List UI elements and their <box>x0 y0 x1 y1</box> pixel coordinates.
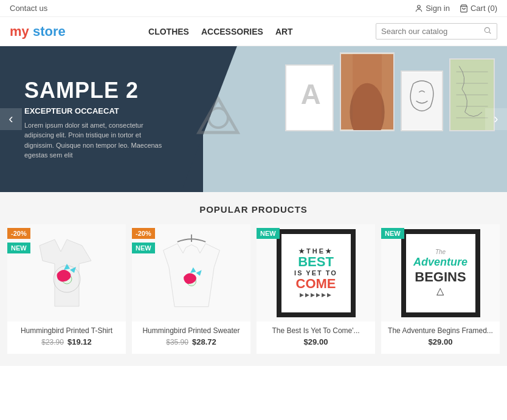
svg-point-2 <box>485 27 489 32</box>
product-card-3[interactable]: NEW ★THE★ BEST IS YET TO COME ▶▶▶▶▶▶ The… <box>257 224 375 354</box>
product-name-4: The Adventure Begins Framed... <box>381 326 500 335</box>
frame-1: A <box>285 64 334 131</box>
carousel-prev-button[interactable]: ‹ <box>0 108 22 130</box>
search-bar <box>376 23 497 40</box>
svg-point-5 <box>209 108 228 128</box>
products-grid: -20% NEW Hummingbird Printed T-Shirt $23… <box>6 224 501 354</box>
cart-link[interactable]: Cart (0) <box>460 4 497 13</box>
badge-new-1: NEW <box>7 243 30 253</box>
framed-adv: The Adventure BEGINS △ <box>401 229 480 317</box>
best-best: BEST <box>294 255 337 269</box>
badge-discount-1: -20% <box>7 228 30 239</box>
hero-frames: A <box>285 52 495 131</box>
section-title: POPULAR PRODUCTS <box>6 204 501 215</box>
best-text-art: ★THE★ BEST IS YET TO COME ▶▶▶▶▶▶ <box>292 245 340 301</box>
nav-art[interactable]: ART <box>275 24 293 39</box>
hero-text: SAMPLE 2 EXCEPTEUR OCCAECAT Lorem ipsum … <box>24 78 170 160</box>
search-icon <box>483 26 492 35</box>
frame-2 <box>340 52 395 131</box>
adv-triangle: △ <box>413 285 467 297</box>
svg-point-0 <box>418 5 421 8</box>
adv-begins: BEGINS <box>413 269 467 285</box>
svg-line-3 <box>489 32 491 34</box>
best-dots: ▶▶▶▶▶▶ <box>294 292 337 298</box>
nav-accessories[interactable]: ACCESSORIES <box>201 24 263 39</box>
main-nav: CLOTHES ACCESSORIES ART <box>78 24 364 39</box>
product-image-4: NEW The Adventure BEGINS △ <box>381 224 500 322</box>
carousel-next-button[interactable]: › <box>485 108 507 130</box>
hero-description: Lorem ipsum dolor sit amet, consectetur … <box>24 120 170 160</box>
product-card-2[interactable]: -20% NEW Hummingbird Printed Sweater <box>132 224 250 354</box>
logo-store: store <box>29 24 66 39</box>
search-input[interactable] <box>381 27 483 36</box>
framed-best: ★THE★ BEST IS YET TO COME ▶▶▶▶▶▶ <box>277 229 356 317</box>
hero-watermark <box>194 94 243 145</box>
tshirt-short-svg <box>30 233 103 312</box>
tshirt-long-svg <box>155 233 228 312</box>
product-name-1: Hummingbird Printed T-Shirt <box>7 326 126 335</box>
adv-text-art: The Adventure BEGINS △ <box>411 246 470 299</box>
price-new-1: $19.12 <box>67 337 92 346</box>
product-prices-4: $29.00 <box>381 337 500 346</box>
best-come: COME <box>294 277 337 291</box>
product-name-3: The Best Is Yet To Come'... <box>257 326 375 335</box>
badge-discount-2: -20% <box>132 228 155 239</box>
person-icon <box>415 4 423 13</box>
adv-adventure: Adventure <box>413 256 467 269</box>
product-image-3: NEW ★THE★ BEST IS YET TO COME ▶▶▶▶▶▶ <box>257 224 375 322</box>
top-bar: Contact us Sign in Cart (0) <box>0 0 507 17</box>
product-prices-2: $35.90 $28.72 <box>132 337 250 346</box>
nav-clothes[interactable]: CLOTHES <box>148 24 189 39</box>
cart-icon <box>460 4 468 13</box>
top-bar-right: Sign in Cart (0) <box>415 4 497 13</box>
price-single-4: $29.00 <box>429 337 453 346</box>
badge-new-2: NEW <box>132 243 155 253</box>
svg-rect-9 <box>353 54 382 129</box>
adv-the: The <box>413 249 467 256</box>
logo[interactable]: my store <box>10 24 66 40</box>
badge-new-4: NEW <box>381 228 404 239</box>
contact-link[interactable]: Contact us <box>10 4 47 13</box>
products-section: POPULAR PRODUCTS -20% NEW Hummingbird Pr… <box>0 192 507 366</box>
product-image-2: -20% NEW <box>132 224 250 322</box>
product-card-4[interactable]: NEW The Adventure BEGINS △ The Adventure… <box>381 224 500 354</box>
badge-new-3: NEW <box>257 228 280 239</box>
product-prices-3: $29.00 <box>257 337 375 346</box>
hero-subtitle: EXCEPTEUR OCCAECAT <box>24 106 170 115</box>
price-new-2: $28.72 <box>192 337 216 346</box>
product-card-1[interactable]: -20% NEW Hummingbird Printed T-Shirt $23… <box>7 224 126 354</box>
price-single-3: $29.00 <box>304 337 328 346</box>
logo-my: my <box>10 24 29 39</box>
price-old-2: $35.90 <box>166 338 188 346</box>
hero-title: SAMPLE 2 <box>24 78 170 103</box>
hero-banner: A <box>0 46 507 192</box>
signin-link[interactable]: Sign in <box>415 4 450 13</box>
header: my store CLOTHES ACCESSORIES ART <box>0 17 507 46</box>
search-button[interactable] <box>483 26 492 36</box>
svg-text:A: A <box>301 79 321 110</box>
frame-3 <box>401 71 443 131</box>
product-prices-1: $23.90 $19.12 <box>7 337 126 346</box>
product-image-1: -20% NEW <box>7 224 126 322</box>
product-name-2: Hummingbird Printed Sweater <box>132 326 250 335</box>
price-old-1: $23.90 <box>41 338 64 346</box>
